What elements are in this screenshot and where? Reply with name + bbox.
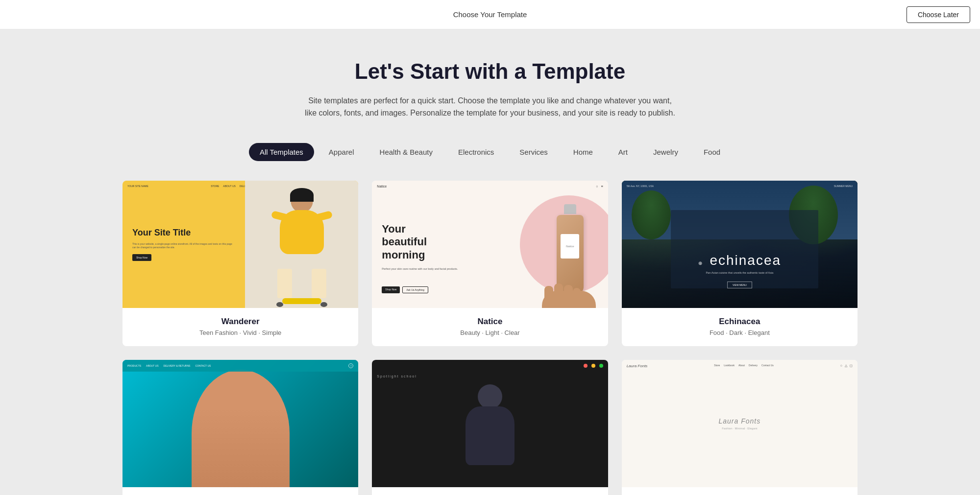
teal-nav-delivery: DELIVERY & RETURNS xyxy=(164,364,191,367)
teal-nav-bar: PRODUCTS ABOUT US DELIVERY & RETURNS CON… xyxy=(122,360,358,372)
laura-content: Laura Fonts Fashion · Minimal · Elegant xyxy=(718,417,760,430)
laura-subtitle: Fashion · Minimal · Elegant xyxy=(718,427,760,430)
natice-h1: Your xyxy=(382,223,405,235)
bottle-label: Natice xyxy=(561,234,579,259)
wanderer-shop-btn: Shop Now xyxy=(132,254,151,261)
template-card-4[interactable]: PRODUCTS ABOUT US DELIVERY & RETURNS CON… xyxy=(122,360,358,495)
echinacea-name: Echinacea xyxy=(630,317,850,327)
wanderer-site-desc: This is your website, a single-page onli… xyxy=(132,242,235,249)
main-content: Let's Start with a Template Site templat… xyxy=(0,29,980,495)
wanderer-site-name: YOUR SITE NAME xyxy=(127,185,148,188)
template-card-echinacea[interactable]: 5th Ave. NY, 10001, USA SUMMER MENU ⊕ ec… xyxy=(622,181,858,346)
bottle-cap xyxy=(564,204,576,214)
laura-cart-icon: ◻ xyxy=(850,364,853,368)
tab-jewelry[interactable]: Jewelry xyxy=(642,143,689,161)
natice-nav: Natice ○ ≡ xyxy=(377,185,603,188)
natice-info: Natice Beauty · Light · Clear xyxy=(372,308,608,346)
header: Choose Your Template Choose Later xyxy=(0,0,980,29)
laura-nav-lookbook: Lookbook xyxy=(724,364,735,368)
tab-electronics[interactable]: Electronics xyxy=(447,143,505,161)
echinacea-content: ⊕ echinacea Pan-Asian cuisine that unvei… xyxy=(622,253,858,288)
natice-brand-nav: Natice xyxy=(377,185,387,188)
laura-nav-store: Store xyxy=(714,364,720,368)
natice-ask-btn: Ask Us Anything xyxy=(402,286,428,293)
dot-green xyxy=(599,364,603,368)
template4-info xyxy=(122,487,358,495)
natice-subtext: Perfect your skin care routine with our … xyxy=(382,267,458,270)
teal-search-icon: ○ xyxy=(348,363,353,368)
hero-title: Let's Start with a Template xyxy=(20,59,960,85)
natice-search-icon: ○ xyxy=(596,185,598,188)
wanderer-name: Wanderer xyxy=(130,317,350,327)
echinacea-brand: ⊕ echinacea xyxy=(622,253,858,268)
template6-info xyxy=(622,487,858,495)
wanderer-site-title: Your Site Title xyxy=(132,228,235,238)
tab-home[interactable]: Home xyxy=(563,143,604,161)
laura-nav-icons: ○ △ ◻ xyxy=(840,364,853,368)
wanderer-tags: Teen Fashion · Vivid · Simple xyxy=(130,329,350,336)
echinacea-brand-text: echinacea xyxy=(710,253,781,268)
tab-services[interactable]: Services xyxy=(509,143,559,161)
template-card-5[interactable]: Spotlight school xyxy=(372,360,608,495)
spotlight-brand: Spotlight school xyxy=(377,375,416,378)
template-preview-natice: Natice ○ ≡ Your beautiful morning Perfec… xyxy=(372,181,608,308)
natice-menu-icon: ≡ xyxy=(601,185,603,188)
hero-section: Let's Start with a Template Site templat… xyxy=(20,59,960,119)
person-silhouette xyxy=(192,370,290,487)
laura-brand-nav: Laura Fonts xyxy=(627,364,648,368)
template-preview-4: PRODUCTS ABOUT US DELIVERY & RETURNS CON… xyxy=(122,360,358,487)
wanderer-info: Wanderer Teen Fashion · Vivid · Simple xyxy=(122,308,358,346)
natice-buttons: Shop Now Ask Us Anything xyxy=(382,286,428,293)
natice-shop-btn: Shop Now xyxy=(382,286,400,293)
echinacea-menu-btn: VIEW MENU xyxy=(727,282,752,288)
echinacea-info: Echinacea Food · Dark · Elegant xyxy=(622,308,858,346)
wanderer-left-panel: Your Site Title This is your website, a … xyxy=(122,181,245,308)
teal-nav-about: ABOUT US xyxy=(146,364,158,367)
template-card-wanderer[interactable]: YOUR SITE NAME STORE ABOUT US DELIVERY C… xyxy=(122,181,358,346)
header-title: Choose Your Template xyxy=(453,10,527,19)
echinacea-menu-nav: SUMMER MENU xyxy=(834,185,853,188)
laura-title: Laura Fonts xyxy=(718,417,760,425)
dark-head xyxy=(478,384,502,409)
bottle-label-text: Natice xyxy=(566,245,574,248)
tab-art[interactable]: Art xyxy=(608,143,638,161)
natice-heading: Your beautiful morning xyxy=(382,223,427,261)
laura-nav-contact: Contact Us xyxy=(761,364,774,368)
template-preview-5: Spotlight school xyxy=(372,360,608,487)
tab-health-beauty[interactable]: Health & Beauty xyxy=(369,143,443,161)
echinacea-tags: Food · Dark · Elegant xyxy=(630,329,850,336)
echinacea-subtext: Pan-Asian cuisine that unveils the authe… xyxy=(622,271,858,274)
hero-subtitle: Site templates are perfect for a quick s… xyxy=(304,94,676,119)
echinacea-nav: 5th Ave. NY, 10001, USA SUMMER MENU xyxy=(627,185,853,188)
laura-nav-delivery: Delivery xyxy=(749,364,758,368)
template-card-natice[interactable]: Natice ○ ≡ Your beautiful morning Perfec… xyxy=(372,181,608,346)
laura-nav: Laura Fonts Store Lookbook About Deliver… xyxy=(627,364,853,368)
natice-name: Natice xyxy=(380,317,600,327)
template5-info xyxy=(372,487,608,495)
natice-h2: beautiful xyxy=(382,236,427,248)
echinacea-icon: ⊕ xyxy=(698,260,703,266)
choose-later-button[interactable]: Choose Later xyxy=(906,6,970,23)
laura-nav-items: Store Lookbook About Delivery Contact Us xyxy=(714,364,774,368)
wanderer-nav-store: STORE xyxy=(211,185,219,188)
tree-left xyxy=(632,190,671,239)
natice-tags: Beauty · Light · Clear xyxy=(380,329,600,336)
laura-nav-about: About xyxy=(738,364,745,368)
template-grid: YOUR SITE NAME STORE ABOUT US DELIVERY C… xyxy=(122,181,858,495)
dot-red xyxy=(584,364,588,368)
tab-all-templates[interactable]: All Templates xyxy=(249,143,314,161)
tab-apparel[interactable]: Apparel xyxy=(318,143,365,161)
template-card-6[interactable]: Laura Fonts Store Lookbook About Deliver… xyxy=(622,360,858,495)
laura-user-icon: △ xyxy=(845,364,847,368)
category-tabs: All Templates Apparel Health & Beauty El… xyxy=(20,143,960,161)
dark-nav xyxy=(584,364,603,368)
echinacea-address: 5th Ave. NY, 10001, USA xyxy=(627,185,654,188)
tab-food[interactable]: Food xyxy=(693,143,731,161)
wanderer-right-panel xyxy=(245,181,358,308)
teal-nav-contact: CONTACT US xyxy=(195,364,211,367)
template-preview-echinacea: 5th Ave. NY, 10001, USA SUMMER MENU ⊕ ec… xyxy=(622,181,858,308)
dark-person xyxy=(458,379,522,487)
template-preview-6: Laura Fonts Store Lookbook About Deliver… xyxy=(622,360,858,487)
hand-holding xyxy=(539,269,598,308)
laura-search-icon: ○ xyxy=(840,364,842,368)
